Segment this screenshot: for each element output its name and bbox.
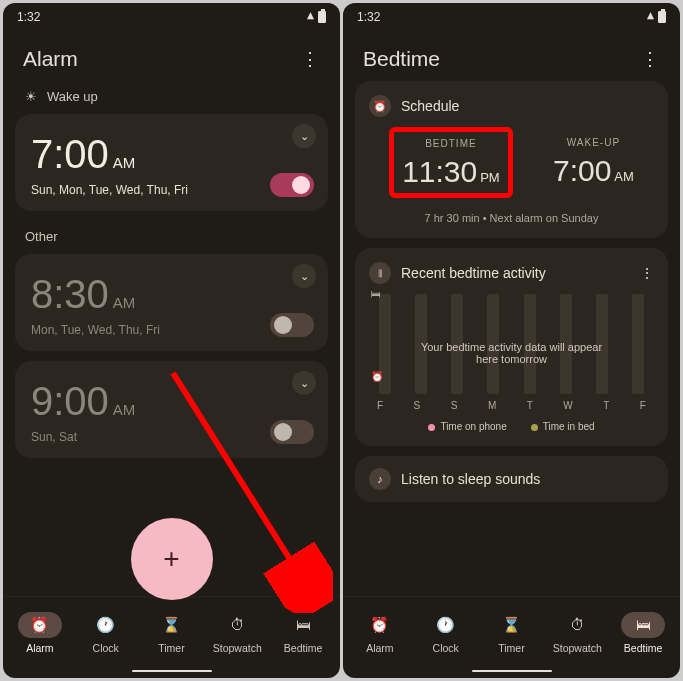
page-title: Alarm bbox=[23, 47, 78, 71]
section-other: Other bbox=[15, 221, 328, 254]
alarm-toggle[interactable] bbox=[270, 173, 314, 197]
wifi-icon bbox=[307, 9, 314, 25]
chart-empty-message: Your bedtime activity data will appear h… bbox=[375, 294, 648, 411]
music-icon: ♪ bbox=[369, 468, 391, 490]
wakeup-time[interactable]: WAKE-UP 7:00 AM bbox=[553, 137, 634, 188]
alarm-card[interactable]: ⌄ 9:00 AM Sun, Sat bbox=[15, 361, 328, 458]
add-alarm-button[interactable]: + bbox=[131, 518, 213, 600]
stopwatch-icon: ⏱ bbox=[215, 612, 259, 638]
clock-icon: 🕐 bbox=[84, 612, 128, 638]
bed-icon: 🛏 bbox=[281, 612, 325, 638]
alarm-time[interactable]: 9:00 bbox=[31, 379, 109, 424]
schedule-info: 7 hr 30 min • Next alarm on Sunday bbox=[369, 212, 654, 224]
alarm-card[interactable]: ⌄ 7:00 AM Sun, Mon, Tue, Wed, Thu, Fri bbox=[15, 114, 328, 211]
chevron-down-icon[interactable]: ⌄ bbox=[292, 124, 316, 148]
nav-clock[interactable]: 🕐Clock bbox=[413, 612, 479, 654]
legend-dot-bed bbox=[531, 424, 538, 431]
nav-stopwatch[interactable]: ⏱Stopwatch bbox=[544, 612, 610, 654]
nav-bedtime[interactable]: 🛏Bedtime bbox=[270, 612, 336, 654]
bedtime-screen: 1:32 Bedtime ⋮ ⏰ Schedule BEDTIME 11:30 … bbox=[343, 3, 680, 678]
bottom-nav: ⏰Alarm 🕐Clock ⌛Timer ⏱Stopwatch 🛏Bedtime bbox=[3, 596, 340, 664]
activity-chart: 🛏⏰ Your bedtime activity data will appea… bbox=[375, 294, 648, 411]
nav-stopwatch[interactable]: ⏱Stopwatch bbox=[204, 612, 270, 654]
header: Bedtime ⋮ bbox=[343, 31, 680, 81]
alarm-icon: ⏰ bbox=[369, 95, 391, 117]
clock-icon: 🕐 bbox=[424, 612, 468, 638]
alarm-toggle[interactable] bbox=[270, 420, 314, 444]
hourglass-icon: ⌛ bbox=[489, 612, 533, 638]
alarm-icon: ⏰ bbox=[358, 612, 402, 638]
nav-bedtime[interactable]: 🛏Bedtime bbox=[610, 612, 676, 654]
menu-icon[interactable]: ⋮ bbox=[640, 265, 654, 281]
wifi-icon bbox=[647, 9, 654, 25]
menu-icon[interactable]: ⋮ bbox=[641, 48, 660, 70]
nav-timer[interactable]: ⌛Timer bbox=[479, 612, 545, 654]
alarm-screen: 1:32 Alarm ⋮ ☀ Wake up ⌄ 7:00 AM Sun, Mo… bbox=[3, 3, 340, 678]
activity-card: ⫴ Recent bedtime activity ⋮ 🛏⏰ Your bedt… bbox=[355, 248, 668, 446]
battery-icon bbox=[658, 11, 666, 23]
hourglass-icon: ⌛ bbox=[149, 612, 193, 638]
bottom-nav: ⏰Alarm 🕐Clock ⌛Timer ⏱Stopwatch 🛏Bedtime bbox=[343, 596, 680, 664]
home-indicator[interactable] bbox=[343, 664, 680, 678]
chevron-down-icon[interactable]: ⌄ bbox=[292, 264, 316, 288]
status-time: 1:32 bbox=[17, 10, 40, 24]
status-time: 1:32 bbox=[357, 10, 380, 24]
sun-icon: ☀ bbox=[25, 89, 37, 104]
alarm-card[interactable]: ⌄ 8:30 AM Mon, Tue, Wed, Thu, Fri bbox=[15, 254, 328, 351]
bedtime-time-highlighted[interactable]: BEDTIME 11:30 PM bbox=[389, 127, 513, 198]
alarm-icon: ⏰ bbox=[18, 612, 62, 638]
chart-icon: ⫴ bbox=[369, 262, 391, 284]
header: Alarm ⋮ bbox=[3, 31, 340, 81]
battery-icon bbox=[318, 11, 326, 23]
section-wakeup: ☀ Wake up bbox=[15, 81, 328, 114]
page-title: Bedtime bbox=[363, 47, 440, 71]
alarm-time[interactable]: 7:00 bbox=[31, 132, 109, 177]
bed-icon: 🛏 bbox=[621, 612, 665, 638]
status-bar: 1:32 bbox=[3, 3, 340, 31]
nav-alarm[interactable]: ⏰Alarm bbox=[7, 612, 73, 654]
chart-legend: Time on phone Time in bed bbox=[369, 421, 654, 432]
stopwatch-icon: ⏱ bbox=[555, 612, 599, 638]
menu-icon[interactable]: ⋮ bbox=[301, 48, 320, 70]
nav-timer[interactable]: ⌛Timer bbox=[139, 612, 205, 654]
nav-alarm[interactable]: ⏰Alarm bbox=[347, 612, 413, 654]
sleep-sounds-card[interactable]: ♪ Listen to sleep sounds bbox=[355, 456, 668, 502]
alarm-time[interactable]: 8:30 bbox=[31, 272, 109, 317]
nav-clock[interactable]: 🕐Clock bbox=[73, 612, 139, 654]
schedule-card: ⏰ Schedule BEDTIME 11:30 PM WAKE-UP 7:00… bbox=[355, 81, 668, 238]
home-indicator[interactable] bbox=[3, 664, 340, 678]
status-bar: 1:32 bbox=[343, 3, 680, 31]
chevron-down-icon[interactable]: ⌄ bbox=[292, 371, 316, 395]
legend-dot-phone bbox=[428, 424, 435, 431]
alarm-toggle[interactable] bbox=[270, 313, 314, 337]
